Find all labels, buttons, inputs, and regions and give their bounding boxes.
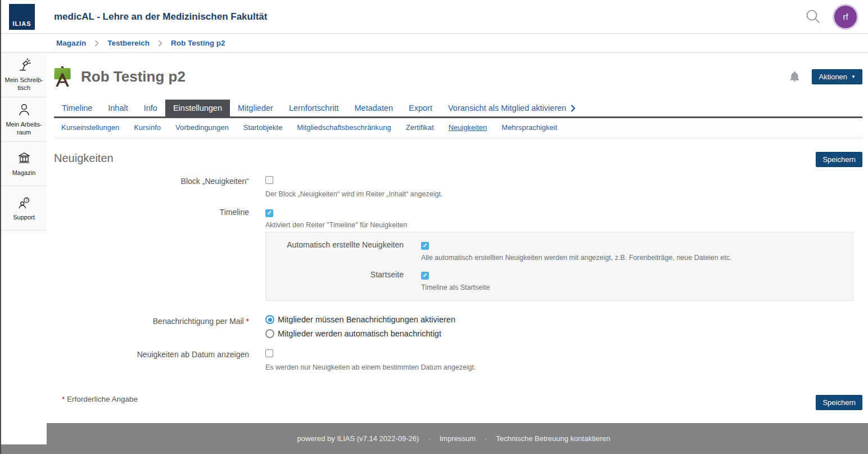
chevron-right-icon [94,40,99,47]
app-title: medicAL - Lehre an der Medizinischen Fak… [54,11,267,23]
form-row-block-news: Block „Neuigkeiten“ ✓ Der Block „Neuigke… [54,176,862,207]
tab-info[interactable]: Info [136,100,165,116]
powered-by-text: powered by ILIAS (v7.14 2022-09-26) [297,434,419,443]
search-button[interactable] [804,8,822,26]
tab-timeline[interactable]: Timeline [54,100,100,116]
sidebar-item-arbeitsraum[interactable]: Mein Arbeits-raum [1,97,47,142]
field-help: Der Block „Neuigkeiten“ wird im Reiter „… [265,190,862,198]
field-help: Alle automatisch erstellten Neuigkeiten … [421,254,853,262]
radio-option-activate-required[interactable]: Mitglieder müssen Benachrichtigungen akt… [265,315,862,324]
footer-separator: · [485,434,487,443]
tab-metadaten[interactable]: Metadaten [347,100,401,116]
bank-icon [17,151,31,165]
field-help: Timeline als Startseite [421,284,853,291]
page-head: Rob Testing p2 Aktionen ▼ [54,65,862,88]
support-contact-link[interactable]: Technische Betreuung kontaktieren [496,434,610,443]
field-label: Automatisch erstellte Neuigkeiten [266,240,404,269]
aktionen-button-label: Aktionen [819,73,847,81]
field-label: Startseite [266,269,404,299]
form-row-auto-news: Automatisch erstellte Neuigkeiten ✓ Alle… [266,240,853,269]
sidebar-item-support[interactable]: ? Support [1,186,47,231]
sidebar-item-label: Mein Arbeits-raum [3,120,45,137]
radio-label[interactable]: Mitglieder müssen Benachrichtigungen akt… [278,315,455,324]
sidebar-item-label: Magazin [12,169,36,177]
subtab-bar: Kurseinstellungen Kursinfo Vorbedingunge… [54,118,862,138]
subtab-vorbedingungen[interactable]: Vorbedingungen [175,123,229,132]
ilias-logo-text: ILIAS [12,20,31,30]
svg-text:?: ? [25,198,28,202]
tab-export[interactable]: Export [401,100,440,116]
required-asterisk: * [246,317,249,326]
desk-lamp-icon [17,58,31,73]
caret-down-icon: ▼ [851,74,856,79]
main-content: Rob Testing p2 Aktionen ▼ Timeline Inhal… [47,53,868,423]
tab-inhalt[interactable]: Inhalt [100,100,135,116]
sidebar-item-magazin[interactable]: Magazin [1,142,47,186]
radio-option-auto-notify[interactable]: Mitglieder werden automatisch benachrich… [265,329,862,338]
subtab-neuigkeiten[interactable]: Neuigkeiten [449,123,487,132]
breadcrumb-testbereich[interactable]: Testbereich [107,39,150,47]
subtab-startobjekte[interactable]: Startobjekte [243,123,282,132]
tab-voransicht[interactable]: Voransicht als Mitglied aktivieren [440,100,584,116]
section-title: Neuigkeiten [54,152,114,165]
checkmark-icon: ✓ [266,210,272,216]
main-sidebar: Mein Schreib-tisch Mein Arbeits-raum Mag… [1,53,47,444]
field-label: Benachrichtigung per Mail * [54,316,249,343]
bell-icon [790,71,799,82]
form-footer: * Erforderliche Angabe Speichern [54,395,862,410]
person-icon [17,102,31,117]
subtab-kursinfo[interactable]: Kursinfo [134,123,161,132]
avatar-initials: rf [843,12,848,21]
breadcrumb: Magazin Testbereich Rob Testing p2 [0,34,868,53]
section-head: Neuigkeiten Speichern [54,152,862,167]
radio-selected[interactable] [265,315,274,324]
field-label: Neuigkeiten ab Datum anzeigen [54,349,249,380]
save-button-bottom[interactable]: Speichern [816,395,862,410]
form-row-news-from-date: Neuigkeiten ab Datum anzeigen ✓ Es werde… [54,349,862,380]
auto-news-checkbox[interactable]: ✓ [421,242,429,250]
save-button-top[interactable]: Speichern [816,152,862,167]
form-row-startpage: Startseite ✓ Timeline als Startseite [266,269,853,299]
timeline-checkbox[interactable]: ✓ [265,209,273,217]
tab-lernfortschritt[interactable]: Lernfortschritt [281,100,347,116]
topbar-right: rf [804,6,857,28]
tab-voransicht-label: Voransicht als Mitglied aktivieren [448,104,566,113]
form-row-timeline: Timeline ✓ Aktiviert den Reiter "Timelin… [54,207,862,229]
ilias-logo[interactable]: ILIAS [9,4,35,30]
mail-notification-radio-group: Mitglieder müssen Benachrichtigungen akt… [265,315,862,338]
news-settings-form: Block „Neuigkeiten“ ✓ Der Block „Neuigke… [54,176,862,410]
breadcrumb-current-page[interactable]: Rob Testing p2 [171,39,225,47]
sidebar-item-schreibtisch[interactable]: Mein Schreib-tisch [1,53,47,97]
form-row-mail-notification: Benachrichtigung per Mail * Mitglieder m… [54,316,862,343]
subtab-mitgliedschaftsbeschraenkung[interactable]: Mitgliedschaftsbeschränkung [297,123,391,132]
field-label: Timeline [54,207,249,229]
course-icon [54,66,71,87]
impressum-link[interactable]: Impressum [440,434,476,443]
startpage-checkbox[interactable]: ✓ [421,272,429,280]
radio-unselected[interactable] [265,329,274,338]
field-label: Block „Neuigkeiten“ [54,176,249,207]
tab-mitglieder[interactable]: Mitglieder [230,100,281,116]
avatar[interactable]: rf [834,6,857,28]
tab-bar: Timeline Inhalt Info Einstellungen Mitgl… [54,100,862,118]
block-news-checkbox[interactable]: ✓ [265,176,273,184]
timeline-subsettings-panel: Automatisch erstellte Neuigkeiten ✓ Alle… [265,232,853,301]
sidebar-item-label: Mein Schreib-tisch [3,76,45,92]
breadcrumb-magazin[interactable]: Magazin [56,39,86,47]
field-help: Es werden nur Neuigkeiten ab einem besti… [265,363,862,371]
page-footer: powered by ILIAS (v7.14 2022-09-26) · Im… [0,423,868,454]
radio-label[interactable]: Mitglieder werden automatisch benachrich… [278,329,441,338]
notification-bell-button[interactable] [790,71,799,82]
required-note: * Erforderliche Angabe [62,395,138,403]
window-edge-strip [0,0,1,454]
required-asterisk: * [62,395,65,403]
checkmark-icon: ✓ [422,242,427,249]
subtab-kurseinstellungen[interactable]: Kurseinstellungen [61,123,119,132]
subtab-mehrsprachigkeit[interactable]: Mehrsprachigkeit [501,123,557,132]
aktionen-button[interactable]: Aktionen ▼ [812,69,862,84]
tab-einstellungen[interactable]: Einstellungen [165,100,230,116]
page-title: Rob Testing p2 [81,68,186,86]
news-from-date-checkbox[interactable]: ✓ [265,349,273,357]
subtab-zertifikat[interactable]: Zertifikat [406,123,434,132]
chevron-right-icon [571,105,576,112]
